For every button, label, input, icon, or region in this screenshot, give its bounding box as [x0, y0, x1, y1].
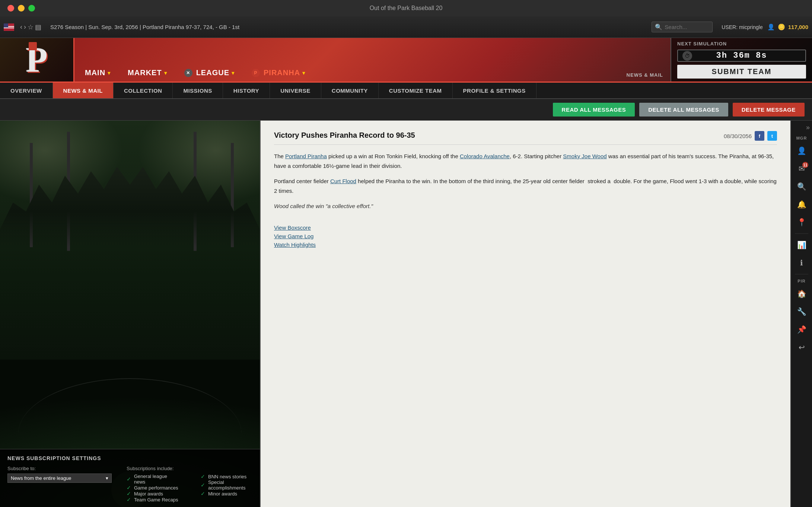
page-section-label: NEWS & MAIL — [627, 72, 663, 78]
minimize-button[interactable] — [18, 5, 25, 12]
main-nav: MAIN ▾ MARKET ▾ ✕ LEAGUE ▾ P PIRANHA ▾ N… — [74, 38, 671, 82]
sidebar-expand-button[interactable]: » — [791, 124, 812, 131]
search-icon: 🔍 — [797, 182, 806, 191]
team-logo: P — [0, 38, 74, 82]
link-colorado-avalanche[interactable]: Colorado Avalanche — [460, 153, 510, 159]
nav-market-button[interactable]: MARKET ▾ — [125, 64, 170, 82]
check-general-league[interactable]: ✓ General league news — [127, 473, 178, 485]
bleacher-silhouette — [0, 158, 260, 247]
check-team-game-recaps[interactable]: ✓ Team Game Recaps — [127, 497, 178, 503]
link-curt-flood[interactable]: Curt Flood — [330, 178, 356, 184]
checkmark-icon: ✓ — [127, 497, 131, 503]
article-paragraph-2: Portland center fielder Curt Flood helpe… — [274, 176, 777, 195]
nav-arrows[interactable]: ‹ › ☆ ▤ — [20, 23, 41, 31]
info-icon: ℹ — [800, 258, 803, 267]
twitter-share-button[interactable]: t — [767, 131, 777, 141]
sidebar-bell-icon-button[interactable]: 🔔 — [793, 196, 810, 213]
nav-bookmark-button[interactable]: ▤ — [35, 23, 41, 31]
nav-main-arrow: ▾ — [108, 70, 111, 76]
tab-overview[interactable]: OVERVIEW — [0, 83, 53, 98]
sidebar-mail-icon-button[interactable]: ✉ 11 — [793, 160, 810, 177]
subscribe-dropdown[interactable]: News from the entire league ▾ — [7, 473, 112, 483]
next-sim-label: NEXT SIMULATION — [677, 41, 806, 47]
view-game-log-link[interactable]: View Game Log — [274, 233, 777, 239]
sidebar-divider-2 — [795, 274, 808, 274]
tab-history[interactable]: HISTORY — [223, 83, 270, 98]
nav-league-button[interactable]: ✕ LEAGUE ▾ — [181, 64, 238, 82]
subscriptions-include-section: Subscriptions include: ✓ General league … — [127, 466, 252, 503]
sidebar-info-icon-button[interactable]: ℹ — [793, 255, 810, 271]
user-info: USER: micpringle 👤 🪙 117,000 — [722, 23, 808, 31]
user-icons: 👤 🪙 117,000 — [767, 23, 808, 31]
nav-league-label: LEAGUE — [196, 68, 229, 77]
delete-all-messages-button[interactable]: Delete all Messages — [639, 103, 728, 117]
team-logo-letter: P — [26, 39, 48, 80]
search-input[interactable] — [665, 24, 709, 30]
tab-community[interactable]: COMMUNITY — [321, 83, 379, 98]
sidebar-location-icon-button[interactable]: 📍 — [793, 214, 810, 230]
check-minor-awards[interactable]: ✓ Minor awards — [201, 491, 252, 497]
checkmark-icon: ✓ — [127, 476, 131, 482]
window-chrome: Out of the Park Baseball 20 — [0, 0, 812, 16]
article-date: 08/30/2056 — [724, 133, 752, 139]
submit-team-button[interactable]: SUBMIT TEAM — [677, 65, 806, 79]
tab-news-mail[interactable]: NEWS & MAIL — [53, 83, 114, 98]
checkmark-icon: ✓ — [201, 491, 205, 497]
tab-customize-team[interactable]: CUSTOMIZE TEAM — [379, 83, 453, 98]
article-title: Victory Pushes Piranha Record to 96-35 — [274, 131, 415, 140]
timer-value: 3h 36m 8s — [716, 51, 767, 60]
article-header: Victory Pushes Piranha Record to 96-35 0… — [274, 131, 777, 145]
nav-back-button[interactable]: ‹ — [20, 23, 22, 31]
search-bar[interactable]: 🔍 — [652, 22, 713, 32]
action-bar: Read all Messages Delete all Messages De… — [0, 99, 812, 121]
link-smoky-joe-wood[interactable]: Smoky Joe Wood — [563, 153, 606, 159]
sidebar-chart-icon-button[interactable]: 📊 — [793, 237, 810, 253]
maximize-button[interactable] — [28, 5, 35, 12]
check-bnn-news[interactable]: ✓ BNN news stories — [201, 473, 252, 479]
nav-piranha-label: PIRANHA — [264, 68, 300, 77]
include-label: Subscriptions include: — [127, 466, 252, 471]
sidebar-back-icon-button[interactable]: ↩ — [793, 339, 810, 355]
sidebar-home-icon-button[interactable]: 🏠 — [793, 286, 810, 302]
facebook-share-button[interactable]: f — [755, 131, 764, 141]
watch-highlights-link[interactable]: Watch Highlights — [274, 242, 777, 248]
nav-star-button[interactable]: ☆ — [28, 23, 34, 31]
check-game-performances[interactable]: ✓ Game performances — [127, 485, 178, 491]
sidebar-user-icon-button[interactable]: 👤 — [793, 143, 810, 159]
nav-forward-button[interactable]: › — [24, 23, 26, 31]
delete-message-button[interactable]: Delete Message — [733, 103, 805, 117]
season-info: S276 Season | Sun. Sep. 3rd, 2056 | Port… — [50, 24, 239, 30]
tab-missions[interactable]: MISSIONS — [173, 83, 223, 98]
article-body: The Portland Piranha picked up a win at … — [274, 152, 777, 211]
nav-league-arrow: ▾ — [232, 70, 235, 76]
checkmark-icon: ✓ — [127, 491, 131, 497]
read-all-messages-button[interactable]: Read all Messages — [553, 103, 635, 117]
window-title: Out of the Park Baseball 20 — [370, 5, 443, 12]
tab-profile-settings[interactable]: PROFILE & SETTINGS — [453, 83, 536, 98]
subscription-checkboxes: ✓ General league news ✓ Game performance… — [127, 473, 252, 503]
chart-icon: 📊 — [797, 240, 806, 249]
nav-main-label: MAIN — [85, 68, 105, 77]
check-major-awards[interactable]: ✓ Major awards — [127, 491, 178, 497]
subscription-col-right: ✓ BNN news stories ✓ Special accomplishm… — [201, 473, 252, 503]
search-icon: 🔍 — [655, 23, 662, 31]
main-header: P MAIN ▾ MARKET ▾ ✕ LEAGUE ▾ P PIRANHA ▾… — [0, 38, 812, 83]
article-quote: Wood called the win "a collective effort… — [274, 201, 777, 211]
tab-universe[interactable]: UNIVERSE — [270, 83, 321, 98]
sidebar-divider-1 — [795, 233, 808, 234]
view-boxscore-link[interactable]: View Boxscore — [274, 224, 777, 231]
close-button[interactable] — [7, 5, 14, 12]
user-profile-icon: 👤 — [797, 146, 806, 155]
subscribe-to-section: Subscribe to: News from the entire leagu… — [7, 466, 112, 483]
user-avatar-icon: 👤 — [767, 23, 775, 31]
sidebar-tools-icon-button[interactable]: 🔧 — [793, 303, 810, 320]
tab-collection[interactable]: COLLECTION — [114, 83, 173, 98]
check-special-accomplishments[interactable]: ✓ Special accomplishments — [201, 479, 252, 491]
nav-piranha-button[interactable]: P PIRANHA ▾ — [249, 64, 308, 82]
sidebar-pin-icon-button[interactable]: 📌 — [793, 321, 810, 338]
link-portland-piranha[interactable]: Portland Piranha — [285, 153, 327, 159]
nav-main-button[interactable]: MAIN ▾ — [82, 64, 114, 82]
window-controls[interactable] — [7, 5, 35, 12]
sidebar-search-icon-button[interactable]: 🔍 — [793, 178, 810, 195]
subscription-title: NEWS SUBSCRIPTION SETTINGS — [7, 455, 252, 461]
